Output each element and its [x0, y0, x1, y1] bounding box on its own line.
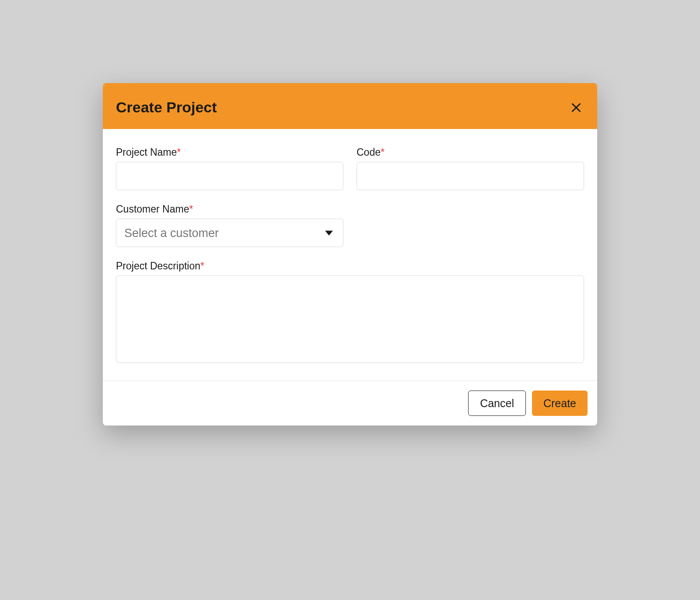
project-name-label: Project Name* — [116, 147, 343, 158]
project-name-input[interactable] — [116, 162, 343, 190]
modal-title: Create Project — [116, 99, 217, 116]
close-icon — [570, 101, 582, 114]
customer-name-select[interactable]: Select a customer — [116, 219, 343, 247]
code-input[interactable] — [357, 162, 584, 190]
required-mark: * — [200, 260, 204, 272]
close-button[interactable] — [568, 100, 584, 115]
project-description-textarea[interactable] — [116, 276, 584, 363]
required-mark: * — [177, 147, 181, 158]
modal-footer: Cancel Create — [103, 380, 597, 426]
cancel-button[interactable]: Cancel — [468, 391, 526, 416]
required-mark: * — [381, 147, 385, 158]
modal-body: Project Name* Code* Customer Name* Selec… — [103, 129, 597, 380]
required-mark: * — [189, 203, 193, 215]
customer-name-group: Customer Name* Select a customer — [116, 203, 343, 247]
project-description-label: Project Description* — [116, 260, 584, 272]
code-label: Code* — [357, 147, 584, 158]
code-group: Code* — [357, 147, 584, 190]
modal-header: Create Project — [103, 86, 597, 129]
create-button[interactable]: Create — [532, 391, 588, 416]
project-name-group: Project Name* — [116, 147, 343, 190]
project-description-group: Project Description* — [116, 260, 584, 363]
create-project-modal: Create Project Project Name* Code* — [103, 83, 597, 426]
customer-name-label: Customer Name* — [116, 203, 343, 215]
